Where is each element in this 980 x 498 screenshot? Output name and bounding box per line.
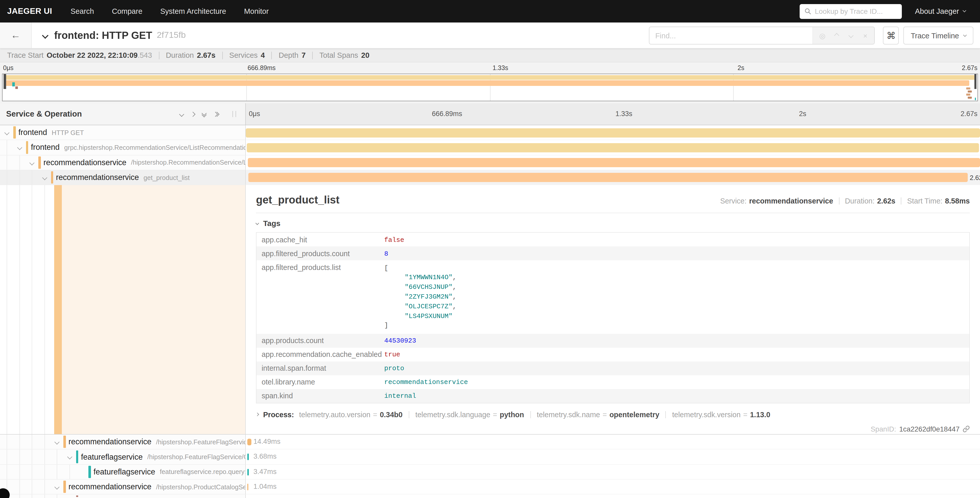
back-button[interactable]: ←: [0, 22, 32, 48]
process-summary-row[interactable]: Process: telemetry.auto.version=0.34b0te…: [256, 410, 970, 419]
span-bar[interactable]: [248, 173, 968, 182]
span-bar[interactable]: [247, 469, 249, 476]
divider: [312, 51, 313, 59]
app-brand[interactable]: JAEGER UI: [7, 6, 52, 16]
span-timeline-cell[interactable]: 14.49ms: [246, 434, 980, 450]
locate-icon[interactable]: ◎: [815, 32, 829, 40]
trace-view-selector[interactable]: Trace Timeline: [904, 27, 974, 45]
trace-title: frontend: HTTP GET: [54, 29, 152, 41]
minimap-canvas[interactable]: [2, 73, 978, 101]
jaeger-trace-page: JAEGER UI SearchCompareSystem Architectu…: [0, 0, 980, 498]
trace-id-search[interactable]: Lookup by Trace ID...: [799, 4, 902, 19]
time-tick-label: 0μs: [3, 64, 14, 72]
time-tick-label: 666.89ms: [432, 110, 462, 118]
collapse-one-icon[interactable]: [179, 112, 184, 117]
tag-row: otel.library.namerecommendationservice: [256, 375, 969, 389]
minimap-scrubber-right[interactable]: [974, 74, 977, 89]
nav-item-compare[interactable]: Compare: [112, 7, 142, 15]
indent-guide: [32, 450, 32, 464]
expand-all-icon[interactable]: [213, 112, 219, 116]
span-bar[interactable]: [246, 128, 980, 137]
minimap-span-mark: [966, 94, 970, 96]
command-icon: ⌘: [886, 30, 896, 41]
span-timeline-cell[interactable]: [246, 155, 980, 170]
span-name-cell[interactable]: featureflagservice/hipstershop.FeatureFl…: [0, 450, 246, 465]
span-name-cell[interactable]: [0, 495, 246, 498]
span-duration-label: 1.04ms: [253, 483, 277, 490]
column-resizer-grip[interactable]: [232, 111, 236, 117]
process-value: 1.13.0: [750, 410, 770, 419]
minimap-bar-recommendation: [5, 80, 969, 86]
span-timeline-cell[interactable]: [246, 495, 980, 498]
selected-span-accent-fill: [62, 185, 245, 434]
list-comma: ,: [452, 274, 457, 281]
indent-guide: [19, 480, 20, 494]
span-bar[interactable]: [247, 439, 251, 445]
summary-item: Duration2.67s: [166, 51, 215, 59]
expand-one-icon[interactable]: [190, 112, 196, 117]
tag-value: 8: [384, 249, 388, 257]
span-timeline-cell[interactable]: [246, 140, 980, 155]
service-color-bar: [64, 436, 66, 448]
tag-row: app.filtered_products.list["1YMWWN1N4O",…: [256, 260, 969, 334]
span-row: recommendationservice/hipstershop.Recomm…: [0, 155, 980, 170]
tag-value-number: 8: [384, 250, 388, 257]
service-operation-title: Service & Operation: [6, 109, 82, 119]
nav-item-search[interactable]: Search: [70, 7, 94, 15]
tree-controls: [180, 111, 239, 117]
tags-section-toggle[interactable]: Tags: [256, 219, 970, 228]
time-tick-label: 1.33s: [616, 110, 632, 118]
span-id-label: SpanID:: [871, 425, 896, 433]
span-timeline-cell[interactable]: 2.62s: [246, 170, 980, 185]
link-icon[interactable]: [963, 426, 970, 433]
find-input[interactable]: Find...: [650, 27, 813, 44]
equals-sign: =: [373, 410, 377, 419]
timeline-minimap: 0μs666.89ms1.33s2s2.67s: [0, 62, 980, 103]
indent-guide: [44, 480, 45, 494]
search-placeholder: Lookup by Trace ID...: [815, 7, 883, 15]
span-name-cell[interactable]: recommendationservice/hipstershop.Featur…: [0, 434, 246, 450]
span-name-cell[interactable]: recommendationservice/hipstershop.Produc…: [0, 480, 246, 495]
divider: [222, 51, 223, 59]
span-timeline-cell[interactable]: [246, 125, 980, 140]
indent-guide: [19, 155, 20, 170]
tag-key: app.cache_hit: [262, 235, 384, 244]
span-duration-label: 14.49ms: [253, 438, 280, 445]
list-comma: ,: [452, 303, 457, 310]
span-name-cell[interactable]: featureflagservicefeatureflagservice.rep…: [0, 465, 246, 480]
nav-item-system-architecture[interactable]: System Architecture: [160, 7, 226, 15]
nav-item-monitor[interactable]: Monitor: [244, 7, 269, 15]
span-name-cell[interactable]: frontendHTTP GET: [0, 125, 246, 140]
span-name-cell[interactable]: frontendgrpc.hipstershop.RecommendationS…: [0, 140, 246, 155]
find-prev-button[interactable]: [829, 34, 844, 37]
minimap-span-mark: [968, 97, 972, 99]
keyboard-shortcuts-button[interactable]: ⌘: [883, 27, 899, 45]
span-bar[interactable]: [247, 484, 248, 490]
indent-guide: [19, 465, 20, 479]
equals-sign: =: [603, 410, 607, 419]
service-name: frontend: [0, 143, 59, 152]
span-name-cell[interactable]: recommendationserviceget_product_list: [0, 170, 246, 185]
find-next-button[interactable]: [844, 34, 858, 37]
span-timeline-cell[interactable]: 1.04ms: [246, 480, 980, 495]
find-clear-button[interactable]: ×: [858, 32, 872, 40]
about-jaeger-menu[interactable]: About Jaeger: [915, 7, 966, 15]
span-timeline-cell[interactable]: 3.68ms: [246, 450, 980, 465]
span-bar[interactable]: [247, 454, 249, 460]
tag-value-string: proto: [384, 365, 404, 372]
process-value: python: [500, 410, 524, 419]
equals-sign: =: [743, 410, 748, 419]
span-name-cell[interactable]: recommendationservice/hipstershop.Recomm…: [0, 155, 246, 170]
indent-guide: [69, 465, 70, 479]
collapse-all-icon[interactable]: [202, 112, 206, 117]
minimap-scrubber-left[interactable]: [3, 74, 6, 89]
minimap-featureflag-tick: [975, 97, 976, 100]
span-bar[interactable]: [248, 158, 980, 167]
span-duration-label: 3.47ms: [253, 468, 277, 476]
tag-row: app.filtered_products.count8: [256, 246, 969, 260]
span-timeline-cell[interactable]: 3.47ms: [246, 465, 980, 480]
span-bar[interactable]: [247, 143, 979, 152]
tag-value: 44530923: [384, 337, 416, 345]
collapse-trace-chevron-icon[interactable]: [42, 32, 48, 38]
equals-sign: =: [493, 410, 497, 419]
